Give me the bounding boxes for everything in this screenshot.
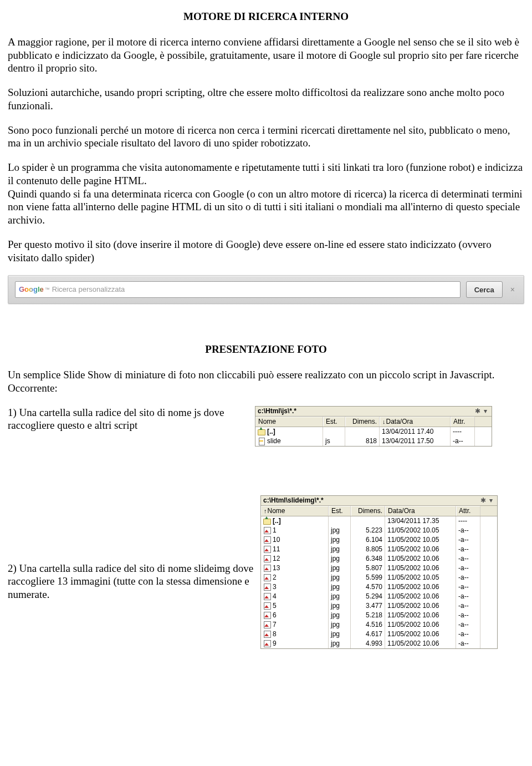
col-header-ext[interactable]: Est. bbox=[329, 506, 351, 516]
col-header-date[interactable]: Data/Ora bbox=[385, 506, 456, 516]
star-icon[interactable]: ✱ bbox=[474, 407, 482, 415]
col-header-name[interactable]: Nome bbox=[255, 417, 323, 427]
file-manager-path: c:\Html\js\*.* bbox=[258, 407, 474, 415]
col-header-date[interactable]: Data/Ora bbox=[380, 417, 451, 427]
file-manager-path: c:\Html\slideimg\*.* bbox=[263, 496, 479, 505]
file-row[interactable]: 7jpg4.51611/05/2002 10.06-a-- bbox=[261, 620, 497, 630]
file-icon bbox=[263, 602, 272, 609]
paragraph: Per questo motivo il sito (dove inserire… bbox=[8, 238, 524, 265]
paragraph: A maggior ragione, per il motore di rice… bbox=[8, 35, 524, 75]
list-step-1: 1) Una cartella sulla radice del sito di… bbox=[8, 406, 255, 433]
col-header-attr[interactable]: Attr. bbox=[451, 417, 475, 427]
file-icon bbox=[263, 640, 272, 647]
file-row[interactable]: slidejs81813/04/2011 17.50-a-- bbox=[255, 437, 492, 446]
heading-presentazione: PRESENTAZIONE FOTO bbox=[8, 343, 524, 356]
file-row[interactable]: 2jpg5.59911/05/2002 10.05-a-- bbox=[261, 573, 497, 582]
file-manager-header[interactable]: Nome Est. Dimens. Data/Ora Attr. bbox=[261, 506, 497, 516]
col-header-name[interactable]: Nome bbox=[261, 506, 329, 516]
file-icon bbox=[263, 527, 272, 534]
file-icon bbox=[263, 518, 272, 524]
paragraph: Sono poco funzionali perché un motore di… bbox=[8, 124, 524, 150]
file-row[interactable]: 4jpg5.29411/05/2002 10.06-a-- bbox=[261, 592, 497, 601]
file-row[interactable]: 9jpg4.99311/05/2002 10.06-a-- bbox=[261, 639, 497, 648]
paragraph: Lo spider è un programma che visita auto… bbox=[8, 161, 524, 227]
search-button[interactable]: Cerca bbox=[466, 281, 503, 298]
search-input[interactable]: Google ™ Ricerca personalizzata bbox=[15, 281, 461, 298]
file-row[interactable]: 3jpg4.57011/05/2002 10.06-a-- bbox=[261, 582, 497, 592]
col-header-ext[interactable]: Est. bbox=[323, 417, 345, 427]
heading-motore: MOTORE DI RICERCA INTERNO bbox=[8, 10, 524, 23]
file-icon bbox=[263, 621, 272, 628]
file-row[interactable]: 11jpg8.80511/05/2002 10.06-a-- bbox=[261, 545, 497, 554]
file-row[interactable]: [..]13/04/2011 17.35---- bbox=[261, 516, 497, 526]
file-icon bbox=[258, 428, 266, 435]
paragraph: Soluzioni autarchiche, usando propri scr… bbox=[8, 86, 524, 113]
file-icon bbox=[258, 438, 266, 444]
file-icon bbox=[263, 536, 272, 543]
file-row[interactable]: [..]13/04/2011 17.40---- bbox=[255, 427, 492, 437]
col-header-attr[interactable]: Attr. bbox=[456, 506, 480, 516]
file-icon bbox=[263, 584, 272, 590]
file-row[interactable]: 5jpg3.47711/05/2002 10.06-a-- bbox=[261, 601, 497, 611]
file-icon bbox=[263, 555, 272, 562]
col-header-size[interactable]: Dimens. bbox=[351, 506, 385, 516]
dropdown-icon[interactable]: ▾ bbox=[487, 496, 495, 505]
google-search-bar: Google ™ Ricerca personalizzata Cerca × bbox=[8, 275, 524, 304]
file-manager-body: [..]13/04/2011 17.35----1jpg5.22311/05/2… bbox=[261, 516, 497, 648]
google-trademark: ™ bbox=[45, 287, 50, 293]
file-manager-slideimg: c:\Html\slideimg\*.* ✱ ▾ Nome Est. Dimen… bbox=[260, 495, 498, 649]
file-row[interactable]: 6jpg5.21811/05/2002 10.06-a-- bbox=[261, 611, 497, 620]
file-icon bbox=[263, 593, 272, 600]
file-row[interactable]: 1jpg5.22311/05/2002 10.05-a-- bbox=[261, 526, 497, 535]
file-row[interactable]: 10jpg6.10411/05/2002 10.05-a-- bbox=[261, 535, 497, 545]
search-placeholder: Ricerca personalizzata bbox=[52, 285, 125, 294]
star-icon[interactable]: ✱ bbox=[479, 496, 487, 505]
file-icon bbox=[263, 612, 272, 618]
file-icon bbox=[263, 546, 272, 552]
file-icon bbox=[263, 631, 272, 637]
file-row[interactable]: 12jpg6.34811/05/2002 10.06-a-- bbox=[261, 554, 497, 564]
col-header-size[interactable]: Dimens. bbox=[345, 417, 380, 427]
file-manager-js: c:\Html\js\*.* ✱ ▾ Nome Est. Dimens. Dat… bbox=[255, 406, 492, 447]
close-icon[interactable]: × bbox=[508, 285, 517, 295]
file-icon bbox=[263, 574, 272, 581]
file-icon bbox=[263, 565, 272, 571]
dropdown-icon[interactable]: ▾ bbox=[482, 407, 489, 415]
file-row[interactable]: 8jpg4.61711/05/2002 10.06-a-- bbox=[261, 630, 497, 639]
google-logo: Google bbox=[19, 285, 44, 294]
file-manager-body: [..]13/04/2011 17.40----slidejs81813/04/… bbox=[255, 427, 492, 446]
file-row[interactable]: 13jpg5.80711/05/2002 10.06-a-- bbox=[261, 564, 497, 573]
file-manager-header[interactable]: Nome Est. Dimens. Data/Ora Attr. bbox=[255, 417, 492, 427]
list-step-2: 2) Una cartella sulla radice del sito di… bbox=[8, 495, 260, 601]
paragraph: Un semplice Slide Show di miniature di f… bbox=[8, 368, 524, 395]
